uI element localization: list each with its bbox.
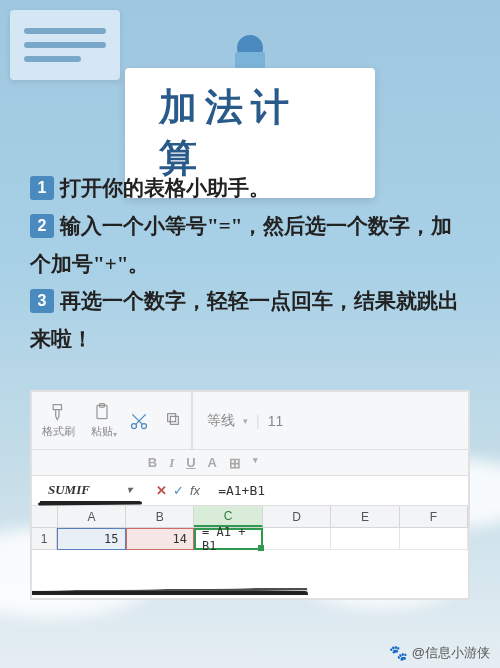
step-item: 3再选一个数字，轻轻一点回车，结果就跳出来啦！	[30, 283, 470, 359]
step-number-badge: 3	[30, 289, 54, 313]
spreadsheet-grid[interactable]: A B C D E F 1 15 14 = A1 + B1	[32, 506, 468, 550]
cell-empty[interactable]	[400, 528, 468, 550]
column-header[interactable]: D	[263, 506, 331, 527]
scissors-icon	[129, 411, 149, 431]
select-all-corner[interactable]	[32, 506, 58, 527]
instruction-list: 1打开你的表格小助手。 2输入一个小等号"="，然后选一个数字，加个加号"+"。…	[30, 170, 470, 359]
page-title: 加法计算	[159, 82, 341, 184]
bold-button[interactable]: B	[148, 455, 157, 471]
column-header[interactable]: B	[126, 506, 194, 527]
font-selector[interactable]: 等线 ▾ | 11	[207, 412, 283, 430]
step-text: 再选一个数字，轻轻一点回车，结果就跳出来啦！	[30, 289, 459, 351]
paste-button[interactable]: 粘贴 ▾	[91, 402, 113, 439]
cancel-formula-button[interactable]: ✕	[156, 483, 167, 498]
chevron-down-icon: ▾	[243, 416, 248, 426]
font-size-label: 11	[268, 413, 284, 429]
cell-empty[interactable]	[263, 528, 331, 550]
copy-icon	[165, 411, 181, 427]
author-watermark: 🐾 @信息小游侠	[389, 644, 490, 662]
cell-a1[interactable]: 15	[57, 528, 126, 550]
brush-icon	[49, 402, 69, 422]
name-box[interactable]: SUMIF ▾	[40, 479, 140, 503]
chevron-down-icon: ▾	[253, 455, 258, 471]
font-name-label: 等线	[207, 412, 235, 430]
font-format-group: B I U A ⊞ ▾	[148, 455, 258, 471]
step-item: 2输入一个小等号"="，然后选一个数字，加个加号"+"。	[30, 208, 470, 284]
cell-c1-active[interactable]: = A1 + B1	[194, 528, 263, 550]
cell-empty[interactable]	[331, 528, 399, 550]
svg-rect-4	[170, 416, 178, 424]
paste-label: 粘贴	[91, 424, 113, 439]
clipboard-icon	[92, 402, 112, 422]
name-box-value: SUMIF	[48, 482, 90, 498]
formula-input[interactable]: =A1+B1	[218, 483, 265, 498]
copy-button[interactable]	[165, 411, 181, 431]
step-number-badge: 1	[30, 176, 54, 200]
tutorial-card: 加法计算 1打开你的表格小助手。 2输入一个小等号"="，然后选一个数字，加个加…	[0, 0, 500, 668]
column-header[interactable]: F	[400, 506, 468, 527]
column-header[interactable]: A	[58, 506, 126, 527]
font-color-button[interactable]: A	[208, 455, 217, 471]
sticky-note-decor	[10, 10, 120, 80]
step-item: 1打开你的表格小助手。	[30, 170, 470, 208]
highlight-scribble	[30, 588, 308, 600]
chevron-down-icon: ▾	[127, 484, 132, 495]
spreadsheet-screenshot: 格式刷 粘贴 ▾ 等线 ▾ |	[30, 390, 470, 600]
border-button[interactable]: ⊞	[229, 455, 241, 471]
step-text: 输入一个小等号"="，然后选一个数字，加个加号"+"。	[30, 214, 452, 276]
italic-button[interactable]: I	[169, 455, 174, 471]
paw-icon: 🐾	[389, 644, 408, 662]
author-handle: @信息小游侠	[412, 644, 490, 662]
step-number-badge: 2	[30, 214, 54, 238]
fx-label[interactable]: fx	[190, 483, 200, 498]
step-text: 打开你的表格小助手。	[60, 176, 270, 200]
column-header[interactable]: E	[331, 506, 399, 527]
chevron-down-icon: ▾	[113, 430, 117, 439]
toolbar-ribbon: 格式刷 粘贴 ▾ 等线 ▾ |	[32, 392, 468, 450]
column-header[interactable]: C	[194, 506, 262, 527]
cut-button[interactable]	[129, 411, 149, 431]
cell-b1[interactable]: 14	[126, 528, 195, 550]
enter-formula-button[interactable]: ✓	[173, 483, 184, 498]
highlight-scribble	[30, 591, 308, 600]
formula-bar: SUMIF ▾ ✕ ✓ fx =A1+B1	[32, 476, 468, 506]
row-header[interactable]: 1	[32, 528, 57, 550]
format-painter-label: 格式刷	[42, 424, 75, 439]
format-painter-button[interactable]: 格式刷	[42, 402, 75, 439]
underline-button[interactable]: U	[186, 455, 195, 471]
grid-row: 1 15 14 = A1 + B1	[32, 528, 468, 550]
svg-rect-5	[168, 413, 176, 421]
